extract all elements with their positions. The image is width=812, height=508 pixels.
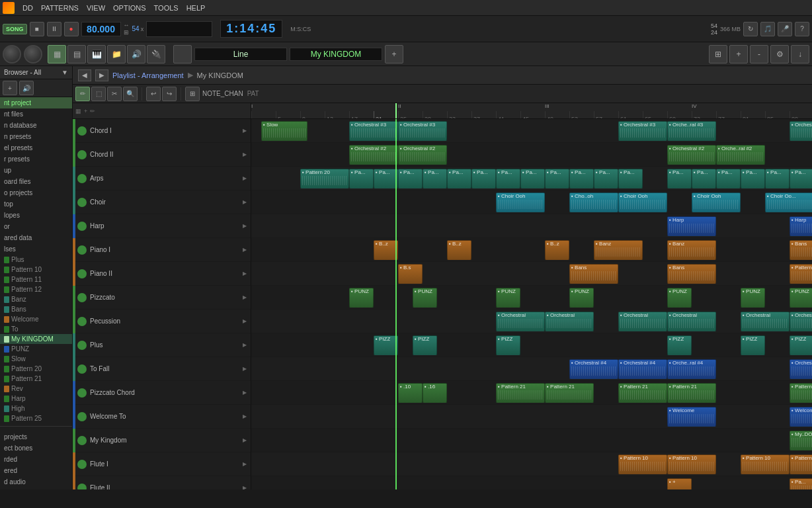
track-arrow-harp[interactable]: ▶ [243,223,251,229]
block-bz2[interactable]: ▪ B..z [447,240,471,260]
block-pat21-1[interactable]: ▪ Pattern 21 [496,383,545,403]
block-pec-orch3[interactable]: ▪ Orchestral [618,312,667,331]
loop-button[interactable]: ↻ [743,22,758,36]
block-punz4[interactable]: ▪ PUNZ [569,288,594,308]
block-piano2-bans2[interactable]: ▪ Bans [667,264,716,284]
block-orch3-2[interactable]: ▪ Orchestral #3 [398,121,447,141]
mixer-btn[interactable]: 🔊 [127,45,145,64]
browser-pattern-welcome[interactable]: Welcome [0,314,72,324]
grid-row-arps[interactable]: ▪ Pattern 20 ▪ Pa... ▪ Pa... ▪ Pa... [251,167,812,190]
track-arrow-chord1[interactable]: ▶ [243,128,251,134]
grid-row-flute1[interactable]: ▪ Pattern 10 ▪ Pattern 10 ▪ Pattern 10 [251,452,812,476]
snap-grid-btn[interactable]: ⊞ [185,87,200,101]
browser-item-ared-data[interactable]: ared data [0,232,72,243]
track-arrow-tofall[interactable]: ▶ [243,366,251,372]
block-pec-orch2[interactable]: ▪ Orchestral [545,312,594,331]
block-punz6[interactable]: ▪ PUNZ [741,288,765,308]
block-orch4-4[interactable]: ▪ Orchestral #4 [790,359,812,379]
browser-item-el-presets[interactable]: el presets [0,142,72,153]
grid-row-harp[interactable]: ▪ Harp ▪ Harp ▪ Harp [251,214,812,238]
block-pa-6[interactable]: ▪ Pa... [471,169,496,189]
block-harp2[interactable]: ▪ Harp [790,216,812,236]
block-pizz4[interactable]: ▪ PIZZ [667,335,692,355]
block-pa-18[interactable]: ▪ Pa... [790,169,812,189]
grid-row-piano2[interactable]: ▪ B.s ▪ Bans ▪ Bans ▪ Pattern 12 [251,262,812,286]
browser-item-lopes[interactable]: lopes [0,210,72,221]
menu-help[interactable]: HELP [183,0,210,16]
piano-roll-btn[interactable]: 🎹 [87,45,106,64]
grid-row-choir[interactable]: ▪ Choir Ooh ▪ Cho..oh ▪ Choir Ooh ▪ [251,190,812,214]
browser-item-r-presets[interactable]: r presets [0,153,72,165]
block-choir-oh[interactable]: ▪ Cho..oh [569,192,618,212]
browser-item-current-project[interactable]: nt project [0,97,72,108]
block-flute2-pa[interactable]: ▪ Pa... [790,478,812,489]
block-pc-10[interactable]: ▪ .10 [398,383,423,403]
browser-item-nt-files[interactable]: nt files [0,108,72,120]
block-pa-13[interactable]: ▪ Pa... [667,169,692,189]
browser-pattern-20[interactable]: Pattern 20 [0,364,72,374]
block-bans1[interactable]: ▪ Bans [790,240,812,260]
grid-row-piano1[interactable]: ▪ B..z ▪ B..z ▪ B..z ▪ Banz [251,238,812,262]
block-pat21-3[interactable]: ▪ Pattern 21 [618,383,667,403]
browser-item-d-audio[interactable]: d audio [0,476,72,487]
track-mute-flute2[interactable] [77,484,87,490]
plugin-picker-btn[interactable]: 🔌 [147,45,165,64]
erase-tool-btn[interactable]: ✂ [107,87,122,101]
track-mute-pecussion[interactable] [77,317,87,326]
track-mute-flute1[interactable] [77,460,87,469]
browser-item-n-database[interactable]: n database [0,120,72,131]
block-orch2-2[interactable]: ▪ Orchestral #2 [398,145,447,165]
track-arrow-choir[interactable]: ▶ [243,199,251,205]
track-arrow-arps[interactable]: ▶ [243,175,251,181]
block-pa-4[interactable]: ▪ Pa... [423,169,447,189]
menu-tools[interactable]: TOOLS [150,0,183,16]
menu-patterns[interactable]: PATTERNS [37,0,83,16]
sequencer-area[interactable]: I II III IV V VI 5 9 13 17 21 [251,103,812,489]
block-orch4-2[interactable]: ▪ Orchestral #4 [618,359,667,379]
browser-pattern-high[interactable]: High [0,403,72,413]
browser-item-projects[interactable]: projects [0,431,72,443]
add-pattern-btn[interactable]: + [385,45,403,64]
zoom-tool-btn[interactable]: 🔍 [123,87,138,101]
browser-collapse-btn[interactable]: ▼ [61,69,68,76]
browser-pattern-slow[interactable]: Slow [0,354,72,364]
track-mute-harp[interactable] [77,222,87,231]
master-pitch-knob[interactable] [24,45,42,64]
block-pat21-4[interactable]: ▪ Pattern 21 [667,383,716,403]
block-mydom1[interactable]: ▪ My..DOM [790,431,812,450]
block-orch3-1[interactable]: ▪ Orchestral #3 [349,121,398,141]
block-orch3-4[interactable]: ▪ Orche..ral #3 [667,121,716,141]
block-pizz2[interactable]: ▪ PIZZ [413,335,437,355]
playlist-btn[interactable]: ▦ [48,45,66,64]
browser-pattern-to[interactable]: To [0,324,72,334]
browser-pattern-harp[interactable]: Harp [0,394,72,403]
browser-pattern-11[interactable]: Pattern 11 [0,275,72,284]
block-orch2-4[interactable]: ▪ Orche..ral #2 [716,145,765,165]
block-orch2-3[interactable]: ▪ Orchestral #2 [667,145,716,165]
browser-pattern-bans[interactable]: Bans [0,304,72,314]
block-pa-7[interactable]: ▪ Pa... [496,169,520,189]
block-pa-14[interactable]: ▪ Pa... [692,169,716,189]
block-pec-orch5[interactable]: ▪ Orchestral [741,312,790,331]
browser-pattern-21[interactable]: Pattern 21 [0,374,72,384]
track-mute-chord1[interactable] [77,126,87,136]
track-mute-choir[interactable] [77,198,87,207]
mic-button[interactable]: 🎤 [778,22,792,36]
browser-item-ered[interactable]: ered [0,465,72,476]
track-arrow-flute2[interactable]: ▶ [243,485,251,489]
breadcrumb-playlist[interactable]: Playlist - Arrangement [112,71,184,79]
block-flute1-pat10-2[interactable]: ▪ Pattern 10 [667,454,716,474]
browser-item-dfonts[interactable]: dfonts [0,487,72,489]
grid-row-tofall[interactable]: ▪ Orchestral #4 ▪ Orchestral #4 ▪ Orche.… [251,357,812,381]
snap-btn[interactable]: ⊞ [709,45,727,64]
track-mute-welcome-to[interactable] [77,412,87,421]
browser-item-lses[interactable]: lses [0,243,72,255]
block-pec-orch1[interactable]: ▪ Orchestral [496,312,545,331]
block-pc-16[interactable]: ▪ .16 [423,383,447,403]
track-arrow-flute1[interactable]: ▶ [243,461,251,467]
draw-tool-btn[interactable]: ✏ [75,87,90,101]
block-bz1[interactable]: ▪ B..z [374,240,398,260]
block-punz5[interactable]: ▪ PUNZ [667,288,692,308]
playlist-next-btn[interactable]: ▶ [95,69,108,81]
pattern-name-field[interactable]: My KINGDOM [290,48,382,61]
